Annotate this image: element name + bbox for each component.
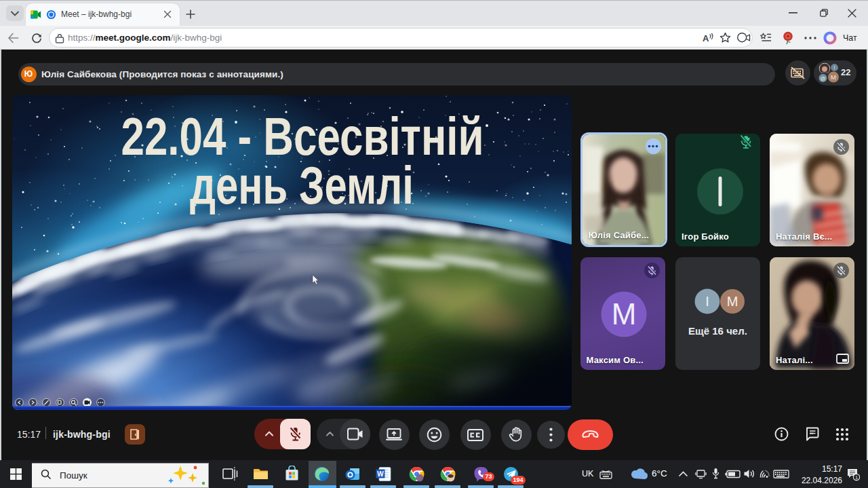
svg-text:M: M bbox=[727, 294, 738, 309]
svg-text:@: @ bbox=[821, 75, 826, 81]
svg-text:M: M bbox=[611, 297, 636, 331]
svg-text:W: W bbox=[377, 470, 384, 478]
svg-text:I: I bbox=[705, 294, 709, 309]
svg-text:день Землі: день Землі bbox=[190, 156, 414, 214]
svg-text:M: M bbox=[831, 73, 836, 81]
svg-text:A: A bbox=[703, 33, 709, 43]
svg-text:I: I bbox=[834, 65, 835, 70]
svg-text:1: 1 bbox=[855, 474, 858, 481]
